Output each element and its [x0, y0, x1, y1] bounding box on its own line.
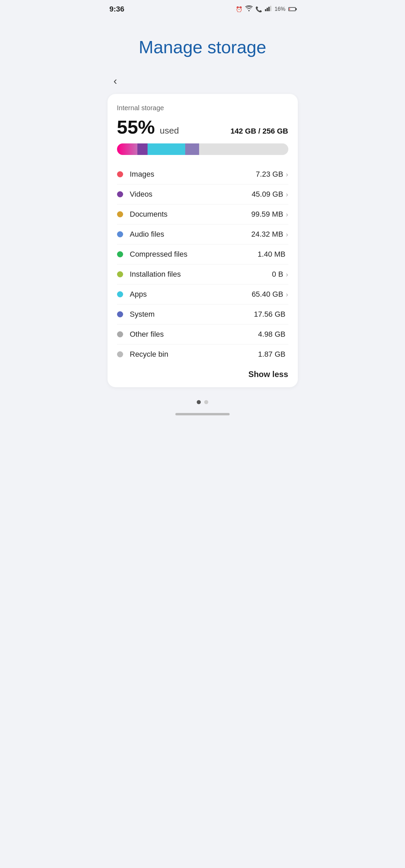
videos-chevron: ›	[286, 191, 288, 198]
audio-chevron: ›	[286, 231, 288, 238]
svg-rect-3	[270, 6, 271, 11]
status-bar: 9:36 ⏰ 📞 16%	[101, 0, 304, 16]
audio-dot	[117, 231, 123, 237]
installation-dot	[117, 271, 123, 277]
storage-item-videos[interactable]: Videos 45.09 GB ›	[117, 184, 288, 204]
bar-videos	[137, 143, 148, 155]
status-time: 9:36	[110, 5, 124, 14]
bottom-handle	[175, 413, 230, 415]
page-dots	[101, 394, 304, 408]
show-less-button[interactable]: Show less	[248, 370, 288, 379]
documents-size: 99.59 MB	[251, 210, 283, 219]
apps-chevron: ›	[286, 291, 288, 298]
documents-label: Documents	[130, 210, 251, 219]
storage-used-gb: 142 GB	[230, 127, 256, 135]
show-less-row: Show less	[117, 364, 288, 380]
bar-images	[117, 143, 138, 155]
used-label: used	[160, 125, 179, 136]
documents-dot	[117, 211, 123, 217]
compressed-size: 1.40 MB	[258, 250, 286, 259]
bottom-bar	[101, 408, 304, 422]
system-label: System	[130, 310, 254, 319]
storage-total: 142 GB / 256 GB	[230, 127, 288, 136]
back-button-container: ‹	[101, 68, 304, 91]
storage-total-gb: 256 GB	[263, 127, 288, 135]
svg-rect-2	[268, 7, 270, 11]
recycle-label: Recycle bin	[130, 350, 258, 359]
page-title-container: Manage storage	[101, 16, 304, 68]
bar-apps	[148, 143, 185, 155]
recycle-dot	[117, 351, 123, 357]
wifi-icon	[245, 5, 253, 13]
storage-progress-bar	[117, 143, 288, 155]
svg-rect-1	[267, 8, 268, 11]
storage-item-apps[interactable]: Apps 65.40 GB ›	[117, 284, 288, 304]
compressed-dot	[117, 251, 123, 257]
storage-item-recycle: Recycle bin 1.87 GB	[117, 344, 288, 364]
battery-icon	[288, 7, 296, 11]
videos-dot	[117, 191, 123, 197]
storage-usage-row: 55% used 142 GB / 256 GB	[117, 116, 288, 138]
battery-level: 16%	[274, 6, 285, 12]
images-chevron: ›	[286, 171, 288, 178]
recycle-size: 1.87 GB	[258, 350, 286, 359]
images-size: 7.23 GB	[256, 170, 283, 179]
storage-item-compressed: Compressed files 1.40 MB	[117, 244, 288, 264]
audio-label: Audio files	[130, 230, 251, 239]
storage-divider: /	[258, 127, 262, 135]
other-size: 4.98 GB	[258, 330, 286, 339]
storage-item-system: System 17.56 GB	[117, 304, 288, 324]
back-button[interactable]: ‹	[114, 75, 117, 87]
alarm-icon: ⏰	[236, 6, 243, 13]
storage-percent-used: 55% used	[117, 116, 179, 138]
storage-item-audio[interactable]: Audio files 24.32 MB ›	[117, 224, 288, 244]
documents-chevron: ›	[286, 211, 288, 218]
status-icons: ⏰ 📞 16%	[236, 5, 295, 13]
storage-items-list: Images 7.23 GB › Videos 45.09 GB › Docum…	[117, 164, 288, 364]
storage-item-documents[interactable]: Documents 99.59 MB ›	[117, 204, 288, 224]
other-label: Other files	[130, 330, 258, 339]
apps-size: 65.40 GB	[252, 290, 283, 299]
videos-label: Videos	[130, 190, 252, 199]
page-dot-2	[204, 400, 208, 404]
apps-dot	[117, 291, 123, 297]
bar-system	[185, 143, 199, 155]
page-title: Manage storage	[115, 37, 290, 58]
storage-percent: 55%	[117, 116, 155, 138]
internal-storage-label: Internal storage	[117, 104, 288, 112]
call-icon: 📞	[255, 6, 262, 13]
system-dot	[117, 311, 123, 317]
svg-rect-0	[265, 9, 266, 11]
signal-icon	[265, 6, 272, 13]
storage-card: Internal storage 55% used 142 GB / 256 G…	[108, 94, 298, 387]
audio-size: 24.32 MB	[251, 230, 283, 239]
storage-item-images[interactable]: Images 7.23 GB ›	[117, 164, 288, 184]
installation-chevron: ›	[286, 271, 288, 278]
page-dot-1	[197, 400, 201, 404]
storage-item-other: Other files 4.98 GB	[117, 324, 288, 344]
other-dot	[117, 331, 123, 337]
images-dot	[117, 171, 123, 177]
videos-size: 45.09 GB	[252, 190, 283, 199]
system-size: 17.56 GB	[254, 310, 286, 319]
apps-label: Apps	[130, 290, 252, 299]
compressed-label: Compressed files	[130, 250, 258, 259]
installation-label: Installation files	[130, 270, 272, 279]
images-label: Images	[130, 170, 256, 179]
installation-size: 0 B	[272, 270, 283, 279]
storage-item-installation[interactable]: Installation files 0 B ›	[117, 264, 288, 284]
